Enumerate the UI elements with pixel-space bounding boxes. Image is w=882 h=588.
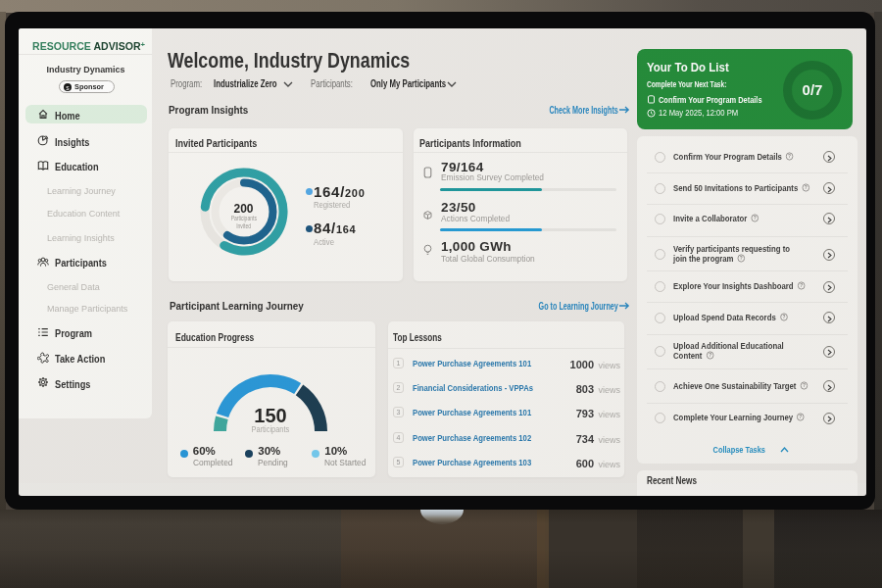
svg-text:?: ?: [739, 256, 742, 262]
svg-text:?: ?: [799, 414, 802, 419]
svg-text:?: ?: [800, 282, 803, 288]
svg-text:?: ?: [708, 353, 710, 359]
svg-text:?: ?: [788, 153, 791, 159]
svg-text:?: ?: [782, 314, 785, 319]
svg-text:0/7: 0/7: [803, 81, 823, 98]
svg-text:?: ?: [804, 184, 807, 190]
svg-text:?: ?: [753, 215, 756, 220]
svg-text:?: ?: [802, 382, 805, 388]
